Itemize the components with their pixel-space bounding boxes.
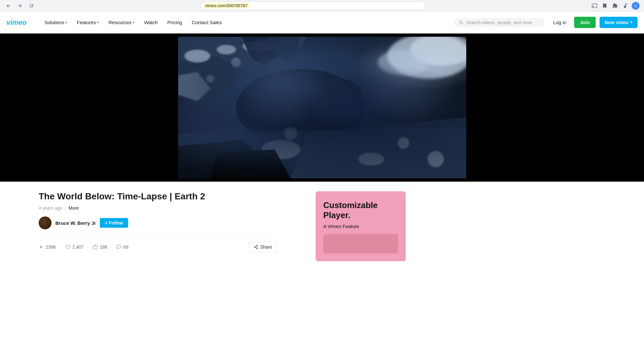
main-nav: Solutions ▾ Features ▾ Resources ▾ Watch… [40, 17, 226, 28]
nav-pricing[interactable]: Pricing [163, 17, 187, 28]
more-link[interactable]: More [69, 205, 79, 211]
forward-button[interactable] [15, 1, 24, 10]
svg-point-5 [217, 45, 236, 54]
svg-point-2 [236, 69, 365, 146]
nav-contact-sales[interactable]: Contact Sales [187, 17, 226, 28]
video-age: 4 years ago [39, 205, 62, 211]
join-button[interactable]: Join [574, 17, 596, 28]
ad-card[interactable]: CustomizablePlayer. A Vimeo Feature [316, 191, 406, 261]
heart-icon [65, 244, 71, 250]
new-video-button[interactable]: New video ▾ [600, 17, 638, 28]
new-video-chevron-icon: ▾ [630, 20, 632, 24]
author-row: Bruce W. Berry Jr + Follow [39, 216, 277, 229]
nav-features[interactable]: Features ▾ [72, 17, 103, 28]
svg-rect-1 [178, 37, 466, 178]
media-icon[interactable] [621, 1, 630, 10]
vimeo-logo[interactable]: vimeo [6, 18, 32, 27]
share-button[interactable]: Share [249, 242, 277, 252]
svg-point-6 [242, 41, 275, 52]
svg-line-22 [255, 247, 257, 248]
video-player[interactable] [178, 37, 466, 178]
likes-stat: 2,407 [65, 244, 84, 250]
nav-watch[interactable]: Watch [140, 17, 162, 28]
browser-toolbar-right: U [590, 1, 640, 10]
nav-solutions[interactable]: Solutions ▾ [40, 17, 72, 28]
svg-point-16 [398, 137, 409, 149]
video-title: The World Below: Time-Lapse | Earth 2 [39, 191, 277, 202]
svg-point-21 [256, 248, 258, 249]
comments-count: 69 [123, 244, 128, 250]
svg-line-23 [255, 246, 257, 247]
search-container[interactable] [454, 18, 544, 27]
svg-rect-18 [93, 246, 97, 249]
info-section: The World Below: Time-Lapse | Earth 2 4 … [0, 182, 644, 271]
views-count: 239K [46, 244, 56, 250]
svg-point-13 [231, 58, 241, 67]
video-meta: 4 years ago | More [39, 205, 277, 211]
browser-chrome: vimeo.com/306705787 U [0, 0, 644, 12]
svg-point-4 [185, 50, 210, 62]
login-button[interactable]: Log in [549, 17, 570, 28]
vimeo-header: vimeo Solutions ▾ Features ▾ Resources ▾… [0, 12, 644, 33]
sidebar-ad: CustomizablePlayer. A Vimeo Feature [316, 191, 406, 261]
stats-row: 239K 2,407 186 [39, 238, 277, 252]
nav-resources[interactable]: Resources ▾ [104, 17, 139, 28]
svg-point-10 [313, 96, 365, 125]
views-stat: 239K [39, 244, 56, 250]
svg-point-3 [284, 75, 362, 114]
svg-point-7 [387, 37, 466, 79]
comment-icon [116, 244, 121, 250]
comments-stat: 69 [116, 244, 128, 250]
play-icon [39, 244, 44, 250]
author-name[interactable]: Bruce W. Berry Jr [55, 220, 96, 226]
ad-title: CustomizablePlayer. [323, 200, 398, 220]
search-icon [459, 20, 464, 25]
ad-card-bottom [323, 234, 398, 253]
main-content: The World Below: Time-Lapse | Earth 2 4 … [0, 191, 316, 261]
profile-icon[interactable]: U [631, 1, 640, 10]
header-actions: Log in Join New video ▾ [549, 17, 638, 28]
author-avatar[interactable] [39, 216, 52, 229]
share-icon [254, 245, 258, 249]
resources-chevron-icon: ▾ [133, 21, 135, 24]
svg-point-8 [410, 37, 466, 66]
meta-divider: | [65, 205, 66, 211]
video-thumbnail [178, 37, 466, 178]
ad-subtitle: A Vimeo Feature [323, 224, 398, 229]
svg-point-14 [206, 75, 214, 82]
svg-point-9 [378, 50, 429, 75]
svg-point-15 [284, 127, 297, 140]
collections-icon [93, 244, 98, 250]
cast-icon[interactable] [590, 1, 599, 10]
address-bar[interactable]: vimeo.com/306705787 [200, 2, 426, 10]
features-chevron-icon: ▾ [97, 21, 99, 24]
likes-count: 2,407 [72, 244, 84, 250]
video-section [0, 33, 644, 182]
svg-point-20 [254, 246, 255, 248]
svg-point-12 [358, 153, 384, 166]
follow-button[interactable]: + Follow [100, 218, 128, 228]
svg-point-11 [262, 140, 300, 159]
collections-stat: 186 [93, 244, 107, 250]
reload-button[interactable] [27, 1, 36, 10]
svg-text:vimeo: vimeo [6, 18, 26, 26]
extensions-icon[interactable] [611, 1, 620, 10]
bookmark-icon[interactable] [600, 1, 609, 10]
collections-count: 186 [100, 244, 107, 250]
svg-point-17 [428, 151, 444, 167]
search-input[interactable] [466, 20, 540, 25]
url-display: vimeo.com/306705787 [204, 3, 249, 8]
solutions-chevron-icon: ▾ [66, 21, 67, 24]
svg-point-19 [256, 245, 258, 246]
user-avatar: U [632, 2, 639, 10]
back-button[interactable] [4, 1, 13, 10]
